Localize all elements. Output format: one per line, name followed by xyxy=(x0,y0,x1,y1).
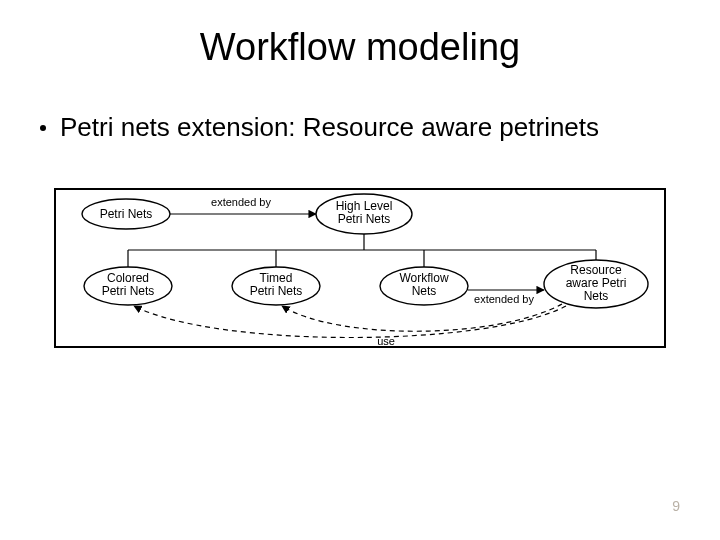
edge-label-extended-2: extended by xyxy=(474,293,534,305)
node-colored-label-2: Petri Nets xyxy=(102,284,155,298)
edge-label-extended-1: extended by xyxy=(211,196,271,208)
diagram-frame: Petri Nets extended by High Level Petri … xyxy=(54,188,666,348)
edge-use-to-colored xyxy=(134,306,566,338)
node-high-level-label-2: Petri Nets xyxy=(338,212,391,226)
edge-use-to-timed xyxy=(282,304,562,331)
node-workflow-label-2: Nets xyxy=(412,284,437,298)
bullet-item: Petri nets extension: Resource aware pet… xyxy=(40,112,599,143)
bullet-text: Petri nets extension: Resource aware pet… xyxy=(60,112,599,143)
node-resource-label-3: Nets xyxy=(584,289,609,303)
node-colored-label-1: Colored xyxy=(107,271,149,285)
slide: Workflow modeling Petri nets extension: … xyxy=(0,0,720,540)
node-timed-label-1: Timed xyxy=(260,271,293,285)
edge-label-use: use xyxy=(377,335,395,347)
slide-title: Workflow modeling xyxy=(0,26,720,69)
diagram-svg: Petri Nets extended by High Level Petri … xyxy=(56,190,668,350)
page-number: 9 xyxy=(672,498,680,514)
bullet-dot-icon xyxy=(40,125,46,131)
node-timed-label-2: Petri Nets xyxy=(250,284,303,298)
node-resource-label-1: Resource xyxy=(570,263,622,277)
node-workflow-label-1: Workflow xyxy=(399,271,448,285)
node-high-level-label-1: High Level xyxy=(336,199,393,213)
node-petri-nets-label: Petri Nets xyxy=(100,207,153,221)
node-resource-label-2: aware Petri xyxy=(566,276,627,290)
